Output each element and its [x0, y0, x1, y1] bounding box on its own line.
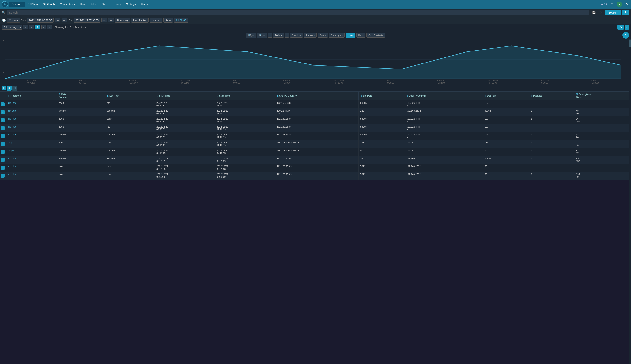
nav-item-connections[interactable]: Connections [58, 2, 77, 7]
nav-item-spigraph[interactable]: SPIGraph [41, 2, 57, 7]
add-column-button[interactable]: + [2, 86, 6, 90]
nav-item-spiview[interactable]: SPIView [25, 2, 40, 7]
col-protocol[interactable]: ⇅Protocols [6, 92, 57, 100]
chart-zoom-in-button[interactable]: 🔍+ [246, 33, 256, 38]
col-src-port[interactable]: ⇅Src Port [359, 92, 405, 100]
bounding-button[interactable]: Bounding [115, 18, 130, 23]
row-start-time: 2022/12/22 06:59:09 [155, 156, 215, 164]
pagination-bar: 50 per page « ‹ 1 › » Showing 1 - 16 of … [0, 24, 631, 31]
chart-bytes-button[interactable]: Bytes [318, 33, 328, 38]
nav-item-stats[interactable]: Stats [99, 2, 110, 7]
col-dst-ip[interactable]: ⇅Dst IP / Country [405, 92, 483, 100]
row-protocol: icmp6 [6, 148, 57, 156]
end-next-button[interactable]: ⏭ [108, 18, 114, 22]
nav-item-users[interactable]: Users [139, 2, 150, 7]
nav-item-settings[interactable]: Settings [124, 2, 138, 7]
search-input[interactable] [7, 10, 589, 15]
expand-icon[interactable]: ⇱ [624, 2, 629, 7]
page-prev-button[interactable]: ‹ [29, 25, 34, 30]
scrollbar-thumb[interactable] [629, 40, 631, 47]
start-next-button[interactable]: ⏭ [62, 18, 67, 22]
svg-text:A: A [4, 3, 6, 6]
user-icon[interactable]: ● [617, 2, 622, 7]
logo: A [2, 1, 8, 8]
nav-item-files[interactable]: Files [88, 2, 99, 7]
row-expand-button[interactable]: + [1, 118, 5, 122]
nav-item-sessions[interactable]: Sessions [9, 2, 25, 7]
col-databytes[interactable]: ⇅Databytes /Bytes [574, 92, 631, 100]
custom-mode-button[interactable]: Custom [7, 18, 20, 23]
scrollbar-right[interactable] [629, 39, 631, 180]
table-row: +ntp udparkimesession2022/12/22 07:20:33… [0, 108, 631, 116]
column-settings-button[interactable]: ⚙ [617, 25, 624, 30]
row-protocol: udp ntp [6, 124, 57, 132]
auto-button[interactable]: Auto [163, 18, 173, 23]
row-dst-ip: 192.168.253.4 [405, 164, 483, 172]
chart-lines-button[interactable]: Lines [346, 33, 355, 38]
interval-button[interactable]: Interval [150, 18, 162, 23]
col-packets[interactable]: ⇅Packets [529, 92, 574, 100]
page-1-button[interactable]: 1 [35, 25, 40, 30]
row-expand-button[interactable]: + [1, 166, 5, 170]
row-expand-button[interactable]: + [1, 150, 5, 154]
chart-data-bytes-button[interactable]: Data bytes [329, 33, 345, 38]
search-button[interactable]: Search [605, 10, 621, 15]
row-stop-time: 2022/12/22 07:20:33 [215, 100, 275, 108]
row-expand-button[interactable]: + [1, 142, 5, 146]
row-log-type: session [105, 156, 155, 164]
row-expand-button[interactable]: + [1, 110, 5, 114]
row-expand-button[interactable]: + [1, 102, 5, 106]
row-log-type: conn [105, 172, 155, 180]
x-label-10: 2022/12/2207:25:00 [488, 79, 498, 84]
grid-view-button[interactable]: ⊞ [12, 86, 17, 90]
chart-area: 🔍+ 🔍− ‹ 10% ▾ › Session Packets Bytes Da… [0, 31, 631, 85]
row-expand-button[interactable]: + [1, 174, 5, 178]
row-log-type: ntp [105, 124, 155, 132]
chart-session-button[interactable]: Session [290, 33, 303, 38]
last-packet-button[interactable]: Last Packet [131, 18, 149, 23]
row-expand-cell: + [0, 124, 6, 132]
help-icon[interactable]: ? [609, 2, 615, 7]
chart-bars-button[interactable]: Bars [356, 33, 366, 38]
nav-item-history[interactable]: History [110, 2, 124, 7]
row-dst-port: 123 [483, 132, 529, 140]
row-expand-button[interactable]: + [1, 158, 5, 162]
chart-refresh-button[interactable]: ↻ [622, 32, 629, 38]
row-data-source: arkime [57, 148, 105, 156]
start-prev-button[interactable]: ⏮ [55, 18, 61, 22]
row-expand-cell: + [0, 108, 6, 116]
col-stop-time[interactable]: ⇅Stop Time [215, 92, 275, 100]
chart-pct-button[interactable]: 10% ▾ [273, 33, 284, 38]
column-dropdown-button[interactable]: ▾ [624, 25, 629, 30]
end-prev-button[interactable]: ⏮ [102, 18, 107, 22]
row-src-ip: 110.22.64.44 AU [275, 108, 359, 116]
row-expand-button[interactable]: + [1, 134, 5, 138]
row-src-ip: 192.168.253.5 [275, 164, 359, 172]
row-protocol: udp ntp [6, 116, 57, 124]
list-view-button[interactable]: ≡ [7, 86, 12, 90]
row-expand-cell: + [0, 100, 6, 108]
col-start-time[interactable]: ⇅Start Time [155, 92, 215, 100]
chart-cap-restarts-button[interactable]: Cap Restarts [367, 33, 385, 38]
chart-zoom-out-button[interactable]: 🔍− [257, 33, 267, 38]
per-page-select[interactable]: 50 per page [2, 25, 22, 30]
clear-search-button[interactable]: ✕ [598, 10, 604, 15]
row-src-ip: fe80::c898:b0ff:fe7c:3e [275, 148, 359, 156]
row-expand-button[interactable]: + [1, 126, 5, 130]
table-row: +udp dnsarkimesession2022/12/22 06:59:09… [0, 156, 631, 164]
chart-prev-button[interactable]: ‹ [268, 33, 272, 38]
col-dst-port[interactable]: ⇅Dst Port [483, 92, 529, 100]
time-icon-button[interactable]: 🕐 [2, 18, 6, 22]
col-log-type[interactable]: ⇅Log Type [105, 92, 155, 100]
x-label-6: 2022/12/2207:05:00 [283, 79, 292, 84]
eye-button[interactable]: 👁 [622, 10, 629, 16]
save-search-button[interactable]: 💾 [590, 10, 597, 15]
chart-packets-button[interactable]: Packets [304, 33, 317, 38]
col-src-ip[interactable]: ⇅Src IP / Country [275, 92, 359, 100]
page-last-button[interactable]: » [47, 25, 52, 30]
col-data-source[interactable]: ⇅DataSource [57, 92, 105, 100]
page-first-button[interactable]: « [23, 25, 28, 30]
chart-next-button[interactable]: › [285, 33, 289, 38]
page-next-button[interactable]: › [42, 25, 46, 30]
nav-item-hunt[interactable]: Hunt [78, 2, 88, 7]
